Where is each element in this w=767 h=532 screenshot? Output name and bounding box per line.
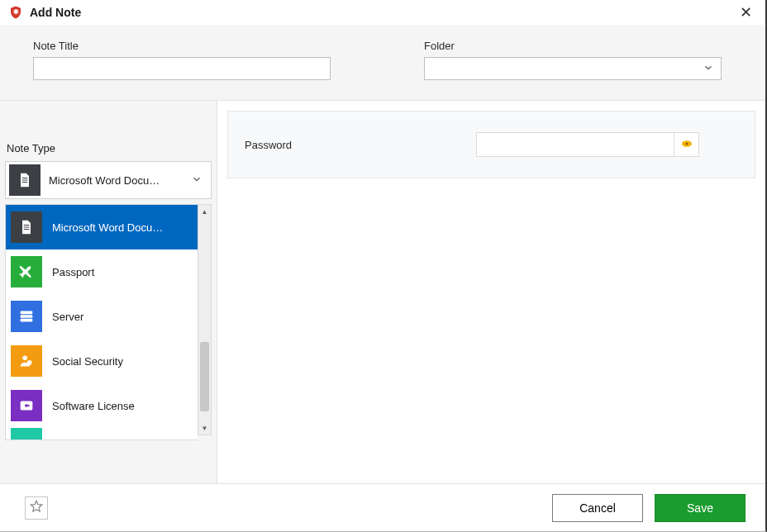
main-content: Password xyxy=(217,101,765,483)
dialog-title: Add Note xyxy=(30,6,81,19)
note-type-item-label: Social Security xyxy=(52,355,193,368)
star-icon xyxy=(29,499,44,516)
svg-text:✱: ✱ xyxy=(13,8,19,16)
password-input[interactable] xyxy=(476,132,674,157)
svg-rect-1 xyxy=(21,311,33,315)
note-type-item-social-security[interactable]: Social Security xyxy=(6,339,198,383)
note-type-item-software-license[interactable]: Software License xyxy=(6,383,198,428)
person-shield-icon xyxy=(11,345,42,377)
folder-label: Folder xyxy=(424,40,732,52)
document-icon xyxy=(11,211,42,243)
note-type-partial-icon xyxy=(11,428,42,439)
note-type-list: Microsoft Word Docu… Passport Server xyxy=(5,204,212,440)
scroll-up-button[interactable]: ▲ xyxy=(198,205,211,218)
scroll-track[interactable] xyxy=(198,218,211,421)
document-icon xyxy=(9,164,40,196)
close-button[interactable]: ✕ xyxy=(734,3,757,21)
note-type-item-server[interactable]: Server xyxy=(6,294,198,339)
show-password-button[interactable] xyxy=(674,132,699,157)
airplane-icon xyxy=(11,256,42,287)
note-type-item-label: Server xyxy=(52,311,193,323)
note-type-select[interactable]: Microsoft Word Docu… xyxy=(5,161,212,199)
note-type-heading: Note Type xyxy=(5,111,212,161)
svg-rect-7 xyxy=(25,405,30,406)
note-title-label: Note Title xyxy=(33,40,341,52)
note-type-item-label: Microsoft Word Docu… xyxy=(52,221,193,234)
svg-rect-2 xyxy=(21,315,33,318)
top-fields: Note Title Folder xyxy=(0,25,765,101)
password-row: Password xyxy=(227,111,755,178)
folder-field: Folder xyxy=(424,40,732,80)
eye-icon xyxy=(679,136,694,154)
dialog-footer: Cancel Save xyxy=(0,483,765,531)
close-icon: ✕ xyxy=(740,4,752,21)
svg-rect-3 xyxy=(21,319,33,322)
favorite-button[interactable] xyxy=(25,496,48,520)
note-type-item-passport[interactable]: Passport xyxy=(6,249,198,294)
note-type-item-partial[interactable] xyxy=(6,428,198,439)
svg-point-9 xyxy=(685,142,688,145)
app-shield-icon: ✱ xyxy=(8,5,23,20)
note-title-input[interactable] xyxy=(33,57,331,80)
server-icon xyxy=(11,301,42,332)
note-type-scrollbar[interactable]: ▲ ▼ xyxy=(198,204,212,435)
add-note-dialog: ✱ Add Note ✕ Note Title Folder Note Type xyxy=(0,0,767,532)
scroll-down-button[interactable]: ▼ xyxy=(198,421,211,435)
note-type-item-word[interactable]: Microsoft Word Docu… xyxy=(6,205,198,249)
cancel-button[interactable]: Cancel xyxy=(552,494,643,522)
folder-select[interactable] xyxy=(424,57,722,80)
note-type-selected-label: Microsoft Word Docu… xyxy=(49,174,178,187)
note-type-item-label: Passport xyxy=(52,266,193,278)
software-license-icon xyxy=(11,390,42,421)
svg-point-4 xyxy=(22,356,27,361)
chevron-down-icon xyxy=(703,62,714,76)
titlebar: ✱ Add Note ✕ xyxy=(0,0,765,25)
note-title-field: Note Title xyxy=(33,40,341,80)
scroll-thumb[interactable] xyxy=(200,342,209,411)
save-button[interactable]: Save xyxy=(655,494,746,522)
password-label: Password xyxy=(245,139,443,151)
note-type-item-label: Software License xyxy=(52,400,193,412)
chevron-down-icon xyxy=(186,173,207,188)
note-type-sidebar: Note Type Microsoft Word Docu… Micros xyxy=(0,101,217,483)
